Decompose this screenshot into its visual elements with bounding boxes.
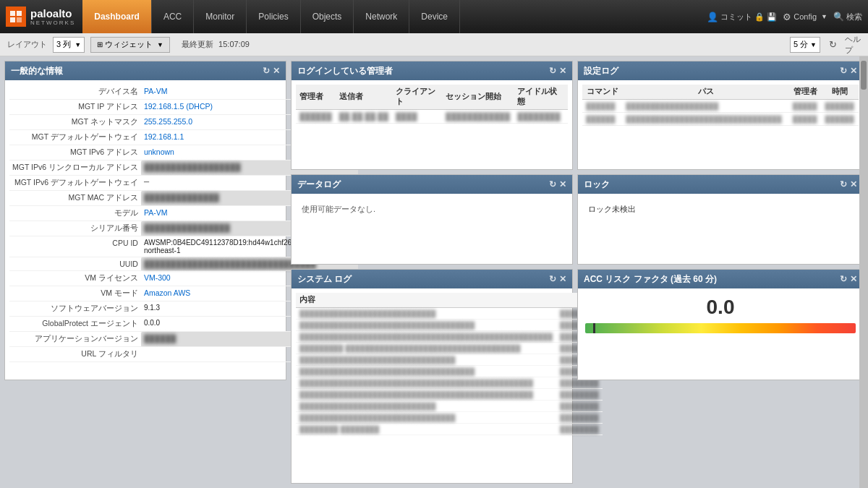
system-log-actions: ↻ ✕ bbox=[549, 274, 566, 284]
syslog-content: █████████ ██████████████████████████████… bbox=[296, 343, 556, 354]
login-admin-actions: ↻ ✕ bbox=[549, 66, 566, 76]
syslog-content: ████████████████████████████████████████… bbox=[296, 331, 556, 343]
general-info-title: 一般的な情報 bbox=[11, 65, 63, 77]
info-row-label: GlobalProtect エージェント bbox=[9, 317, 141, 332]
syslog-content: ████████████████████████████████████████… bbox=[296, 389, 556, 401]
config-admin-col: 管理者 bbox=[789, 85, 822, 100]
scrollbar[interactable] bbox=[859, 56, 868, 488]
data-log-body: 使用可能データなし. bbox=[292, 194, 572, 225]
info-row-label: ソフトウェアバージョン bbox=[9, 301, 141, 317]
system-log-refresh-icon[interactable]: ↻ bbox=[549, 274, 556, 284]
general-info-refresh-icon[interactable]: ↻ bbox=[263, 66, 270, 76]
config-log-widget: 設定ログ ↻ ✕ コマンド パス 管理者 時間 ████████████████… bbox=[577, 61, 864, 170]
data-log-actions: ↻ ✕ bbox=[549, 179, 566, 189]
table-row: ████████████████████████████████████ bbox=[582, 100, 859, 113]
syslog-content: ████████████████████████████ bbox=[296, 401, 556, 412]
risk-marker bbox=[593, 323, 595, 333]
tab-acc[interactable]: ACC bbox=[152, 0, 194, 33]
acc-risk-body: 0.0 bbox=[578, 288, 863, 341]
commit-button[interactable]: 👤 コミット 🔒 💾 bbox=[707, 12, 777, 22]
widget-chevron: ▼ bbox=[157, 41, 163, 48]
refresh-interval-select[interactable]: 5 分 ▼ bbox=[790, 37, 820, 53]
table-cell: ██████ bbox=[821, 100, 859, 113]
info-row-label: MGT IPv6 デフォルトゲートウェイ bbox=[9, 176, 141, 191]
syslog-content: ████████████████████████████ bbox=[296, 308, 556, 320]
tab-policies[interactable]: Policies bbox=[247, 0, 300, 33]
syslog-time: ████████ bbox=[556, 412, 603, 424]
info-row-label: MGT IPv6 リンクローカル アドレス bbox=[9, 160, 141, 176]
table-cell: ████ bbox=[392, 110, 442, 124]
info-row-label: URL フィルタリ bbox=[9, 347, 141, 362]
lock-refresh-icon[interactable]: ↻ bbox=[840, 179, 847, 189]
data-log-close-icon[interactable]: ✕ bbox=[559, 179, 566, 189]
config-log-refresh-icon[interactable]: ↻ bbox=[840, 66, 847, 76]
acc-risk-close-icon[interactable]: ✕ bbox=[850, 274, 857, 284]
info-row-label: MGT デフォルトゲートウェイ bbox=[9, 130, 141, 145]
info-row-label: CPU ID bbox=[9, 236, 141, 257]
refresh-button[interactable]: ↻ bbox=[825, 37, 841, 53]
layout-label: レイアウト bbox=[7, 39, 47, 50]
help-button[interactable]: ヘルプ bbox=[845, 37, 861, 53]
tab-monitor[interactable]: Monitor bbox=[194, 0, 247, 33]
svg-rect-0 bbox=[10, 11, 15, 16]
syslog-content: ████████████████████████████████████ bbox=[296, 320, 556, 331]
system-log-close-icon[interactable]: ✕ bbox=[559, 274, 566, 284]
acc-risk-value: 0.0 bbox=[585, 296, 856, 319]
tab-device[interactable]: Device bbox=[409, 0, 460, 33]
table-cell: ████████████ bbox=[442, 110, 514, 124]
system-log-body: 内容 時間 ██████████████████████████████████… bbox=[292, 288, 572, 440]
table-cell: ██████ bbox=[582, 113, 622, 126]
general-info-close-icon[interactable]: ✕ bbox=[273, 66, 280, 76]
widget-grid-icon: ⊞ bbox=[97, 40, 103, 48]
login-admin-body: 管理者 送信者 クライアント セッション開始 アイドル状態 ████████.█… bbox=[292, 80, 572, 128]
lock-close-icon[interactable]: ✕ bbox=[850, 179, 857, 189]
acc-risk-header: ACC リスク ファクタ (過去 60 分) ↻ ✕ bbox=[578, 270, 863, 288]
config-path-col: パス bbox=[622, 85, 789, 100]
general-info-actions: ↻ ✕ bbox=[263, 66, 280, 76]
config-cmd-col: コマンド bbox=[582, 85, 622, 100]
logo-area: paloalto NETWORKS bbox=[6, 7, 75, 27]
lock-actions: ↻ ✕ bbox=[840, 179, 857, 189]
widget-button[interactable]: ⊞ ウィジェット ▼ bbox=[90, 37, 170, 53]
table-row: ████████████████████████████████████████ bbox=[296, 412, 603, 424]
tab-objects[interactable]: Objects bbox=[301, 0, 354, 33]
logo-text: paloalto NETWORKS bbox=[30, 7, 75, 26]
col-idle: アイドル状態 bbox=[514, 85, 568, 110]
layout-select[interactable]: 3 列 ▼ bbox=[53, 37, 85, 53]
table-row: ████████████████████████████████████ bbox=[296, 401, 603, 412]
top-nav: paloalto NETWORKS Dashboard ACC Monitor … bbox=[0, 0, 868, 33]
config-log-close-icon[interactable]: ✕ bbox=[850, 66, 857, 76]
svg-rect-1 bbox=[17, 11, 22, 16]
scrollbar-thumb[interactable] bbox=[861, 61, 867, 90]
toolbar-right: 5 分 ▼ ↻ ヘルプ bbox=[790, 37, 861, 53]
syslog-content-col: 内容 bbox=[296, 293, 556, 308]
config-button[interactable]: ⚙ Config ▼ bbox=[783, 12, 827, 22]
acc-risk-bar bbox=[585, 323, 856, 333]
table-row: ████████████████████████████████████████… bbox=[296, 366, 603, 377]
acc-risk-actions: ↻ ✕ bbox=[840, 274, 857, 284]
acc-risk-refresh-icon[interactable]: ↻ bbox=[840, 274, 847, 284]
system-log-title: システム ログ bbox=[297, 273, 352, 286]
table-cell: ██████ bbox=[582, 100, 622, 113]
info-row-label: モデル bbox=[9, 206, 141, 221]
info-row-label: シリアル番号 bbox=[9, 221, 141, 236]
login-admin-close-icon[interactable]: ✕ bbox=[559, 66, 566, 76]
tab-dashboard[interactable]: Dashboard bbox=[82, 0, 152, 33]
table-cell: █████ bbox=[789, 113, 822, 126]
main-grid: 一般的な情報 ↻ ✕ デバイス名PA-VMMGT IP アドレス192.168.… bbox=[0, 56, 868, 488]
table-row: ████████████████████████████████████████… bbox=[296, 320, 603, 331]
table-cell: █████ bbox=[789, 100, 822, 113]
syslog-time: ████████ bbox=[556, 401, 603, 412]
syslog-content: ████████████████████████████████ bbox=[296, 354, 556, 366]
table-row: ████████████████████████████████████████… bbox=[296, 389, 603, 401]
data-log-title: データログ bbox=[297, 179, 341, 191]
search-button[interactable]: 🔍 検索 bbox=[833, 12, 862, 22]
nav-tabs: Dashboard ACC Monitor Policies Objects N… bbox=[82, 0, 460, 33]
data-log-refresh-icon[interactable]: ↻ bbox=[549, 179, 556, 189]
syslog-time: ████████ bbox=[556, 389, 603, 401]
tab-network[interactable]: Network bbox=[354, 0, 409, 33]
lock-body: ロック未検出 bbox=[578, 194, 863, 225]
login-admin-refresh-icon[interactable]: ↻ bbox=[549, 66, 556, 76]
config-log-header: 設定ログ ↻ ✕ bbox=[578, 61, 863, 80]
info-row-label: UUID bbox=[9, 257, 141, 271]
